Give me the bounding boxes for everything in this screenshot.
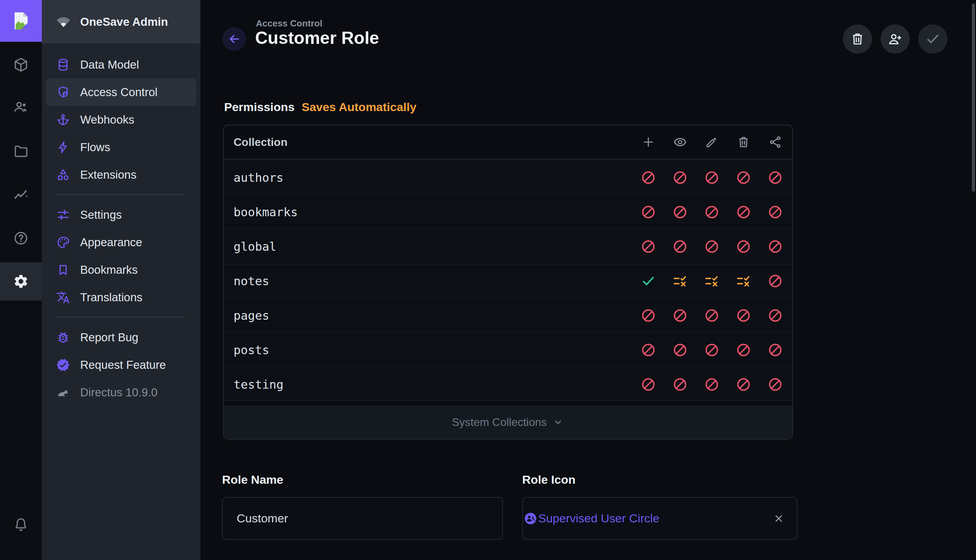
permission-authors-read[interactable]: [664, 170, 696, 185]
permission-testing-create[interactable]: [632, 377, 664, 392]
sidebar-item-label: Settings: [80, 208, 122, 222]
scrollbar-thumb[interactable]: [972, 3, 975, 192]
shield-person-icon: [56, 85, 70, 99]
trash-icon: [737, 135, 750, 149]
permission-bookmarks-create[interactable]: [632, 205, 664, 220]
column-share[interactable]: [759, 135, 791, 149]
permission-bookmarks-read[interactable]: [664, 205, 696, 220]
plus-icon: [642, 135, 655, 149]
module-content[interactable]: [0, 46, 42, 84]
column-update[interactable]: [696, 135, 727, 149]
back-button[interactable]: [222, 27, 246, 51]
project-name: OneSave Admin: [80, 15, 168, 28]
sidebar-item-appearance[interactable]: Appearance: [46, 228, 196, 256]
save-button[interactable]: [918, 24, 948, 53]
block-icon: [672, 377, 688, 392]
column-delete[interactable]: [727, 135, 759, 149]
permissions-table: Collection authorsbookmarksglobalnotespa…: [223, 125, 793, 440]
permission-posts-share[interactable]: [759, 342, 791, 358]
rule-icon: [672, 273, 688, 289]
permission-posts-update[interactable]: [696, 342, 727, 358]
project-chooser[interactable]: OneSave Admin: [42, 0, 201, 43]
permission-testing-share[interactable]: [759, 377, 791, 392]
permission-notes-update[interactable]: [696, 273, 727, 289]
sidebar-item-settings[interactable]: Settings: [46, 201, 196, 228]
sidebar: OneSave Admin Data ModelAccess ControlWe…: [42, 0, 201, 560]
module-users[interactable]: [0, 88, 42, 126]
module-settings[interactable]: [0, 262, 42, 300]
permission-bookmarks-update[interactable]: [696, 205, 727, 220]
permission-pages-share[interactable]: [759, 308, 791, 323]
permission-notes-create[interactable]: [632, 273, 664, 289]
block-icon: [672, 205, 688, 220]
permission-global-delete[interactable]: [727, 239, 759, 254]
permission-posts-read[interactable]: [664, 342, 696, 358]
permission-notes-delete[interactable]: [727, 273, 759, 289]
system-collections-toggle[interactable]: System Collections: [224, 405, 792, 439]
sidebar-item-label: Translations: [80, 291, 142, 304]
arrow-left-icon: [227, 32, 241, 46]
role-name-input[interactable]: Customer: [222, 497, 503, 540]
collection-name: bookmarks: [224, 205, 632, 219]
permission-global-update[interactable]: [696, 239, 727, 254]
clear-role-icon-button[interactable]: [773, 513, 784, 524]
sidebar-nav: Data ModelAccess ControlWebhooksFlowsExt…: [42, 43, 201, 406]
role-icon-input[interactable]: Supervised User Circle: [522, 497, 797, 540]
sidebar-item-webhooks[interactable]: Webhooks: [46, 106, 196, 133]
bookmark-icon: [56, 263, 70, 277]
permission-testing-delete[interactable]: [727, 377, 759, 392]
eye-icon: [673, 135, 687, 149]
tune-icon: [56, 208, 70, 222]
column-read[interactable]: [664, 135, 696, 149]
people-icon: [13, 99, 29, 115]
sidebar-item-bookmarks[interactable]: Bookmarks: [46, 256, 196, 283]
block-icon: [704, 239, 719, 254]
permission-global-share[interactable]: [759, 239, 791, 254]
sidebar-item-directus-10-9-0[interactable]: Directus 10.9.0: [46, 378, 196, 406]
permission-posts-create[interactable]: [632, 342, 664, 358]
permission-notes-share[interactable]: [759, 273, 791, 289]
project-logo[interactable]: [0, 0, 42, 42]
sidebar-item-translations[interactable]: Translations: [46, 283, 196, 311]
permission-bookmarks-delete[interactable]: [727, 205, 759, 220]
permission-bookmarks-share[interactable]: [759, 205, 791, 220]
permission-cells: [632, 308, 792, 323]
invite-users-button[interactable]: [881, 24, 910, 53]
permission-authors-delete[interactable]: [727, 170, 759, 185]
permission-testing-update[interactable]: [696, 377, 727, 392]
permission-cells: [632, 377, 792, 392]
permission-authors-update[interactable]: [696, 170, 727, 185]
block-icon: [767, 170, 783, 185]
permission-global-create[interactable]: [632, 239, 664, 254]
module-insights[interactable]: [0, 176, 42, 215]
delete-role-button[interactable]: [843, 24, 872, 53]
autosave-note: Saves Automatically: [301, 100, 416, 113]
permission-notes-read[interactable]: [664, 273, 696, 289]
block-icon: [767, 239, 783, 254]
permission-posts-delete[interactable]: [727, 342, 759, 358]
permission-pages-delete[interactable]: [727, 308, 759, 323]
sidebar-item-extensions[interactable]: Extensions: [46, 161, 196, 188]
breadcrumb: Access Control: [256, 18, 323, 29]
sidebar-item-flows[interactable]: Flows: [46, 133, 196, 161]
module-help[interactable]: [0, 219, 42, 257]
permission-pages-update[interactable]: [696, 308, 727, 323]
block-icon: [672, 170, 688, 185]
block-icon: [641, 239, 656, 254]
notifications-button[interactable]: [0, 505, 42, 543]
sidebar-item-label: Bookmarks: [80, 263, 138, 277]
permission-authors-share[interactable]: [759, 170, 791, 185]
permission-authors-create[interactable]: [632, 170, 664, 185]
sidebar-item-report-bug[interactable]: Report Bug: [46, 323, 196, 351]
permission-global-read[interactable]: [664, 239, 696, 254]
collection-name: global: [224, 240, 632, 253]
permission-pages-create[interactable]: [632, 308, 664, 323]
permission-pages-read[interactable]: [664, 308, 696, 323]
module-files[interactable]: [0, 132, 42, 170]
permission-testing-read[interactable]: [664, 377, 696, 392]
sidebar-item-data-model[interactable]: Data Model: [46, 51, 196, 78]
sidebar-item-request-feature[interactable]: Request Feature: [46, 351, 196, 378]
sidebar-item-access-control[interactable]: Access Control: [46, 78, 196, 106]
column-create[interactable]: [632, 135, 664, 149]
block-icon: [704, 308, 719, 323]
